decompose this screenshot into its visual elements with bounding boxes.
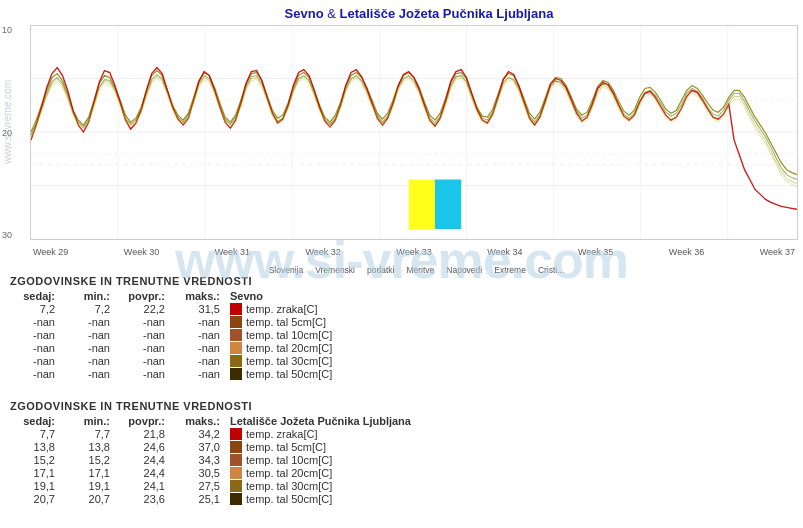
svg-rect-16 xyxy=(435,180,461,230)
color-swatch xyxy=(230,329,242,341)
table-row: -nan -nan -nan -nan temp. tal 20cm[C] xyxy=(10,342,793,354)
section1-table: 7,2 7,2 22,2 31,5 temp. zraka[C] -nan -n… xyxy=(10,303,793,380)
color-swatch xyxy=(230,342,242,354)
table-row: 7,2 7,2 22,2 31,5 temp. zraka[C] xyxy=(10,303,793,315)
table-row: 20,7 20,7 23,6 25,1 temp. tal 50cm[C] xyxy=(10,493,793,505)
table-row: -nan -nan -nan -nan temp. tal 5cm[C] xyxy=(10,316,793,328)
color-swatch xyxy=(230,441,242,453)
table-row: -nan -nan -nan -nan temp. tal 30cm[C] xyxy=(10,355,793,367)
color-swatch xyxy=(230,467,242,479)
y-axis-labels: 30 20 10 xyxy=(2,25,12,240)
table-row: 7,7 7,7 21,8 34,2 temp. zraka[C] xyxy=(10,428,793,440)
section1-header: sedaj: min.: povpr.: maks.: Sevno xyxy=(10,290,793,302)
color-swatch xyxy=(230,316,242,328)
section1: ZGODOVINSKE IN TRENUTNE VREDNOSTI sedaj:… xyxy=(10,275,793,380)
section2-table: 7,7 7,7 21,8 34,2 temp. zraka[C] 13,8 13… xyxy=(10,428,793,505)
section2: ZGODOVINSKE IN TRENUTNE VREDNOSTI sedaj:… xyxy=(10,400,793,505)
color-swatch xyxy=(230,355,242,367)
table-row: 15,2 15,2 24,4 34,3 temp. tal 10cm[C] xyxy=(10,454,793,466)
color-swatch xyxy=(230,454,242,466)
color-swatch xyxy=(230,368,242,380)
x-axis-labels: Week 29 Week 30 Week 31 Week 32 Week 33 … xyxy=(31,247,797,257)
table-row: -nan -nan -nan -nan temp. tal 10cm[C] xyxy=(10,329,793,341)
color-swatch xyxy=(230,480,242,492)
color-swatch xyxy=(230,428,242,440)
section2-title: ZGODOVINSKE IN TRENUTNE VREDNOSTI xyxy=(10,400,793,412)
chart-legend: Slovenija Vremenski podatki Meritve Napo… xyxy=(35,264,798,275)
chart-container: Week 29 Week 30 Week 31 Week 32 Week 33 … xyxy=(30,25,798,240)
table-row: 19,1 19,1 24,1 27,5 temp. tal 30cm[C] xyxy=(10,480,793,492)
table-row: 17,1 17,1 24,4 30,5 temp. tal 20cm[C] xyxy=(10,467,793,479)
chart-svg xyxy=(31,26,797,239)
color-swatch xyxy=(230,303,242,315)
station2-name: Letališče Jožeta Pučnika Ljubljana xyxy=(340,6,554,21)
station1-name: Sevno xyxy=(285,6,324,21)
chart-title: Sevno & Letališče Jožeta Pučnika Ljublja… xyxy=(0,0,803,21)
section2-header: sedaj: min.: povpr.: maks.: Letališče Jo… xyxy=(10,415,793,427)
table-row: 13,8 13,8 24,6 37,0 temp. tal 5cm[C] xyxy=(10,441,793,453)
color-swatch xyxy=(230,493,242,505)
table-row: -nan -nan -nan -nan temp. tal 50cm[C] xyxy=(10,368,793,380)
section1-title: ZGODOVINSKE IN TRENUTNE VREDNOSTI xyxy=(10,275,793,287)
